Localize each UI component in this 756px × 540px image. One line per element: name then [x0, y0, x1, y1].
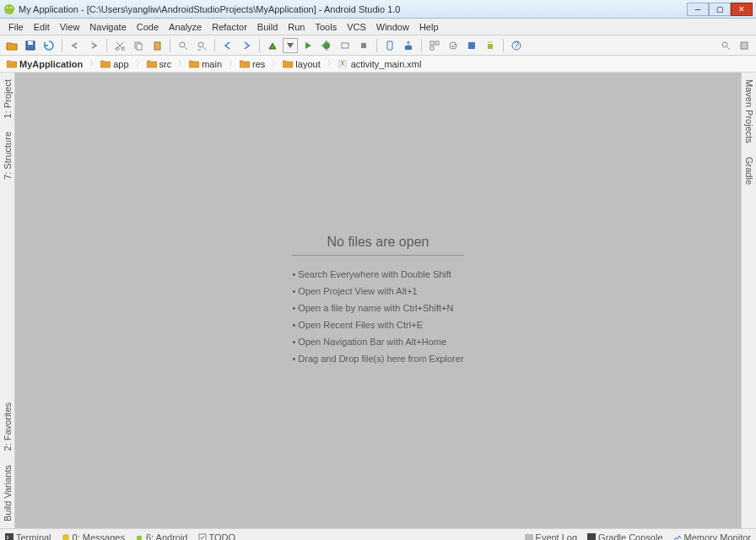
menu-window[interactable]: Window — [371, 20, 414, 34]
svg-rect-18 — [435, 41, 439, 45]
sync-icon[interactable] — [40, 37, 57, 54]
sidebar-tab-structure[interactable]: 7: Structure — [1, 125, 14, 186]
breadcrumb-res[interactable]: res — [225, 58, 268, 69]
separator — [170, 39, 170, 52]
sidebar-tab-gradle[interactable]: Gradle — [742, 150, 756, 192]
tab-todo[interactable]: TODO — [198, 532, 236, 541]
attach-debugger-icon[interactable] — [337, 37, 354, 54]
right-tool-strip: Maven Projects Gradle — [741, 73, 756, 528]
empty-state-tips: Search Everywhere with Double Shift Open… — [292, 266, 463, 367]
folder-icon — [7, 60, 17, 68]
left-tool-strip: 1: Project 7: Structure 2: Favorites Bui… — [0, 73, 15, 528]
breadcrumb-app[interactable]: app — [86, 58, 132, 69]
svg-point-10 — [180, 42, 185, 47]
tip-item: Open a file by name with Ctrl+Shift+N — [292, 300, 463, 316]
search-everywhere-icon[interactable] — [717, 37, 734, 54]
empty-state: No files are open Search Everywhere with… — [292, 235, 463, 367]
editor-area[interactable]: No files are open Search Everywhere with… — [15, 73, 741, 528]
sdk-manager-icon[interactable] — [400, 37, 417, 54]
menu-build[interactable]: Build — [252, 20, 283, 34]
messages-icon — [62, 533, 70, 541]
redo-icon[interactable] — [85, 37, 102, 54]
android-studio-icon — [3, 3, 15, 15]
folder-icon — [283, 60, 293, 68]
open-icon[interactable] — [3, 37, 20, 54]
svg-rect-22 — [488, 44, 493, 49]
crumb-label: main — [202, 59, 222, 69]
menu-help[interactable]: Help — [414, 20, 444, 34]
sidebar-tab-project[interactable]: 1: Project — [1, 73, 14, 125]
titlebar: My Application - [C:\Users\yangliw\Andro… — [0, 0, 756, 19]
tab-terminal[interactable]: Terminal — [5, 532, 51, 541]
menu-run[interactable]: Run — [283, 20, 310, 34]
ddms-icon[interactable] — [463, 37, 480, 54]
tab-messages[interactable]: 0: Messages — [62, 532, 125, 541]
separator — [214, 39, 215, 52]
sidebar-tab-maven[interactable]: Maven Projects — [742, 73, 756, 150]
paste-icon[interactable] — [148, 37, 165, 54]
folder-icon — [147, 60, 157, 68]
forward-icon[interactable] — [238, 37, 255, 54]
tab-gradle-console[interactable]: Gradle Console — [587, 532, 662, 541]
debug-icon[interactable] — [318, 37, 335, 54]
crumb-label: app — [113, 59, 128, 69]
replace-icon[interactable] — [193, 37, 210, 54]
menu-navigate[interactable]: Navigate — [84, 20, 131, 34]
settings-square-icon[interactable] — [736, 37, 753, 54]
tip-item: Open Project View with Alt+1 — [292, 283, 463, 300]
tab-android[interactable]: 6: Android — [135, 532, 188, 541]
run-config-dropdown[interactable] — [283, 38, 298, 53]
menu-view[interactable]: View — [55, 20, 85, 34]
copy-icon[interactable] — [130, 37, 147, 54]
stop-icon[interactable] — [355, 37, 372, 54]
xml-file-icon: x — [338, 60, 348, 68]
tab-event-log[interactable]: Event Log — [525, 532, 578, 541]
breadcrumb-project[interactable]: MyApplication — [3, 59, 86, 69]
tab-memory-monitor[interactable]: Memory Monitor — [673, 532, 751, 541]
close-button[interactable]: ✕ — [731, 3, 753, 16]
save-all-icon[interactable] — [22, 37, 39, 54]
menu-file[interactable]: File — [3, 20, 29, 34]
crumb-label: layout — [295, 59, 320, 69]
make-project-icon[interactable] — [264, 37, 281, 54]
svg-point-25 — [722, 42, 727, 47]
navigation-bar: MyApplication app src main res layout x … — [0, 56, 756, 73]
menu-refactor[interactable]: Refactor — [207, 20, 252, 34]
minimize-button[interactable]: ─ — [687, 3, 709, 16]
breadcrumb-file[interactable]: x activity_main.xml — [324, 58, 425, 69]
sync-gradle-icon[interactable] — [445, 37, 462, 54]
svg-rect-19 — [430, 46, 434, 50]
menu-vcs[interactable]: VCS — [342, 20, 371, 34]
menu-code[interactable]: Code — [132, 20, 164, 34]
menu-tools[interactable]: Tools — [310, 20, 342, 34]
folder-icon — [240, 60, 250, 68]
breadcrumb-main[interactable]: main — [175, 58, 225, 69]
android-icon[interactable] — [482, 37, 499, 54]
help-icon[interactable]: ? — [508, 37, 525, 54]
back-icon[interactable] — [219, 37, 236, 54]
separator — [106, 39, 107, 52]
svg-rect-4 — [28, 41, 33, 45]
avd-manager-icon[interactable] — [381, 37, 398, 54]
svg-rect-13 — [342, 43, 348, 48]
sidebar-tab-build-variants[interactable]: Build Variants — [1, 458, 14, 528]
event-log-icon — [525, 533, 533, 541]
menu-edit[interactable]: Edit — [29, 20, 55, 34]
undo-icon[interactable] — [67, 37, 84, 54]
breadcrumb-layout[interactable]: layout — [268, 58, 323, 69]
breadcrumb-src[interactable]: src — [132, 58, 176, 69]
separator — [421, 39, 422, 52]
separator — [503, 39, 504, 52]
cut-icon[interactable] — [111, 37, 128, 54]
run-icon[interactable] — [300, 37, 316, 54]
tip-item: Drag and Drop file(s) here from Explorer — [292, 350, 463, 367]
project-structure-icon[interactable] — [426, 37, 443, 54]
menu-analyze[interactable]: Analyze — [164, 20, 207, 34]
svg-point-12 — [323, 42, 330, 49]
find-icon[interactable] — [175, 37, 192, 54]
sidebar-tab-favorites[interactable]: 2: Favorites — [1, 396, 14, 457]
svg-point-30 — [62, 534, 69, 541]
svg-point-20 — [450, 42, 456, 49]
maximize-button[interactable]: ▢ — [709, 3, 731, 16]
toolbar: ? — [0, 35, 756, 56]
